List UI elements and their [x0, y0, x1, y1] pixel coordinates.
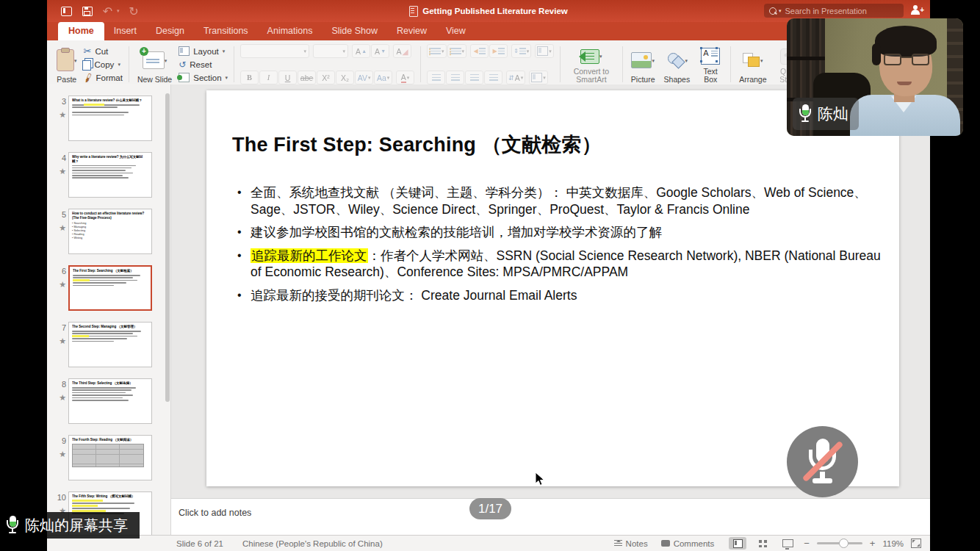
slide-page-indicator: 1/17: [469, 498, 511, 519]
subscript-button[interactable]: X₂: [336, 71, 354, 84]
new-slide-button[interactable]: ▾ New Slide: [134, 43, 176, 85]
thumbnail-slide-9[interactable]: The Fourth Step: Reading （文献阅读）: [68, 435, 152, 480]
character-spacing-button[interactable]: AV▾: [355, 71, 373, 84]
glasses: [884, 54, 929, 67]
notes-toggle-button[interactable]: Notes: [614, 539, 648, 548]
zoom-in-button[interactable]: +: [870, 538, 876, 549]
slide-title[interactable]: The First Step: Searching （文献检索）: [232, 132, 602, 158]
tab-design[interactable]: Design: [146, 22, 194, 40]
thumbnail-slide-4[interactable]: Why write a literature review? 为什么写文献回顾？: [68, 152, 152, 198]
font-color-button[interactable]: A▾: [396, 71, 414, 84]
slide-bullet-4: 追踪最新的接受的期刊论文： Create Journal Email Alert…: [236, 287, 881, 304]
zoom-level[interactable]: 119%: [882, 539, 904, 548]
italic-button[interactable]: I: [259, 71, 278, 84]
tab-insert[interactable]: Insert: [104, 22, 146, 40]
reset-button[interactable]: ↺Reset: [179, 59, 228, 70]
slideshow-view-button[interactable]: [779, 537, 796, 550]
section-button[interactable]: Section ▾: [179, 72, 228, 83]
microphone-muted-button[interactable]: [787, 426, 858, 497]
superscript-button[interactable]: X²: [317, 71, 335, 84]
comments-toggle-button[interactable]: Comments: [661, 539, 715, 548]
thumbnail-slide-8[interactable]: The Third Step: Selecting （文献选择）: [68, 378, 152, 424]
underline-button[interactable]: U: [278, 71, 297, 84]
microphone-active-icon: [799, 104, 811, 123]
align-right-icon: [470, 74, 479, 81]
tab-home[interactable]: Home: [58, 22, 104, 40]
decrease-font-button[interactable]: A▼: [371, 44, 389, 58]
current-slide[interactable]: The First Step: Searching （文献检索） 全面、系统地查…: [206, 90, 899, 486]
thumbnail-slide-6[interactable]: The First Step: Searching （文献检索）: [68, 265, 152, 311]
convert-to-smartart-button[interactable]: ▾ Convert to SmartArt: [565, 43, 618, 85]
font-name-combo[interactable]: ▾: [240, 44, 309, 58]
copy-button[interactable]: Copy ▾: [84, 59, 123, 70]
paste-button[interactable]: ▾ Paste: [53, 43, 81, 85]
notes-pane[interactable]: Click to add notes: [171, 498, 930, 535]
clear-formatting-button[interactable]: A◢: [393, 44, 411, 58]
slide-number: 8: [62, 380, 68, 389]
save-button[interactable]: [81, 6, 93, 17]
language-status[interactable]: Chinese (People's Republic of China): [242, 539, 383, 548]
undo-button[interactable]: ↶: [101, 6, 114, 17]
new-window-button[interactable]: [60, 6, 73, 17]
decrease-indent-button[interactable]: ◀: [470, 44, 489, 58]
numbering-button[interactable]: ▾: [447, 44, 467, 58]
font-size-combo[interactable]: ▾: [313, 44, 348, 58]
bold-button[interactable]: B: [240, 71, 259, 84]
layout-button[interactable]: Layout ▾: [179, 46, 228, 57]
increase-font-button[interactable]: A▲: [352, 44, 370, 58]
align-text-button[interactable]: ▾: [529, 71, 548, 84]
arrange-icon: [743, 53, 760, 68]
tab-transitions[interactable]: Transitions: [194, 22, 258, 40]
format-painter-button[interactable]: 🖌Format: [84, 72, 123, 83]
clipboard-group: ▾ Paste ✂Cut Copy ▾ 🖌Format: [51, 43, 126, 86]
slides-group: ▾ New Slide Layout ▾ ↺Reset Section ▾: [132, 43, 231, 86]
redo-button[interactable]: ↻: [128, 6, 140, 17]
zoom-slider[interactable]: [817, 542, 862, 544]
thumbnail-title: How to conduct an effective literature r…: [72, 212, 148, 220]
change-case-button[interactable]: Aa▾: [374, 71, 392, 84]
transition-star-icon: ★: [59, 110, 68, 120]
search-caret-icon: ▾: [779, 8, 782, 14]
cut-icon: ✂: [84, 46, 92, 57]
align-center-button[interactable]: [446, 71, 464, 84]
text-direction-button[interactable]: ⇵A▾: [506, 71, 525, 84]
search-input[interactable]: ▾ Search in Presentation: [764, 4, 904, 18]
thumbnail-slide-5[interactable]: How to conduct an effective literature r…: [68, 209, 152, 254]
slide-number: 9: [62, 436, 68, 445]
normal-view-button[interactable]: [729, 537, 746, 550]
zoom-slider-knob[interactable]: [839, 539, 849, 548]
justify-button[interactable]: [484, 71, 502, 84]
shapes-button[interactable]: ▾ Shapes: [660, 43, 694, 85]
thumbnail-slide-3[interactable]: What is a literature review? 什么是文献回顾？: [68, 96, 152, 141]
group-divider: [129, 46, 129, 82]
cut-button[interactable]: ✂Cut: [84, 46, 123, 57]
text-box-icon: A: [701, 48, 720, 65]
tab-animations[interactable]: Animations: [258, 22, 323, 40]
slide-bullet-1: 全面、系统地查找文献 （关键词、主题、学科分类）： 中英文数据库、Google …: [236, 184, 881, 217]
slideshow-icon: [782, 539, 793, 547]
transition-star-icon: ★: [59, 393, 68, 403]
slide-bullet-list[interactable]: 全面、系统地查找文献 （关键词、主题、学科分类）： 中英文数据库、Google …: [236, 184, 881, 310]
webcam-video-tile[interactable]: 陈灿: [787, 18, 963, 136]
align-left-button[interactable]: [427, 71, 445, 84]
bullets-button[interactable]: ▾: [427, 44, 447, 58]
fit-to-window-button[interactable]: [911, 539, 921, 548]
thumbnail-slide-7[interactable]: The Second Step: Managing （文献管理）: [68, 322, 152, 367]
columns-button[interactable]: ▾: [535, 44, 554, 58]
increase-indent-button[interactable]: ▶: [489, 44, 508, 58]
strikethrough-button[interactable]: abe: [298, 71, 316, 84]
picture-button[interactable]: ▾ Picture: [627, 43, 659, 85]
tab-slide-show[interactable]: Slide Show: [322, 22, 387, 40]
group-divider: [560, 46, 561, 82]
share-add-person-button[interactable]: +: [911, 5, 924, 16]
zoom-out-button[interactable]: −: [804, 538, 810, 549]
slide-number: 7: [62, 323, 68, 332]
line-spacing-button[interactable]: ⇕▾: [511, 44, 531, 58]
sidebar-scrollbar[interactable]: [165, 93, 170, 402]
tab-review[interactable]: Review: [387, 22, 436, 40]
align-right-button[interactable]: [465, 71, 483, 84]
slide-sorter-view-button[interactable]: [754, 537, 771, 550]
arrange-button[interactable]: ▾ Arrange: [735, 43, 770, 85]
text-box-button[interactable]: A Text Box: [695, 43, 726, 85]
tab-view[interactable]: View: [436, 22, 475, 40]
